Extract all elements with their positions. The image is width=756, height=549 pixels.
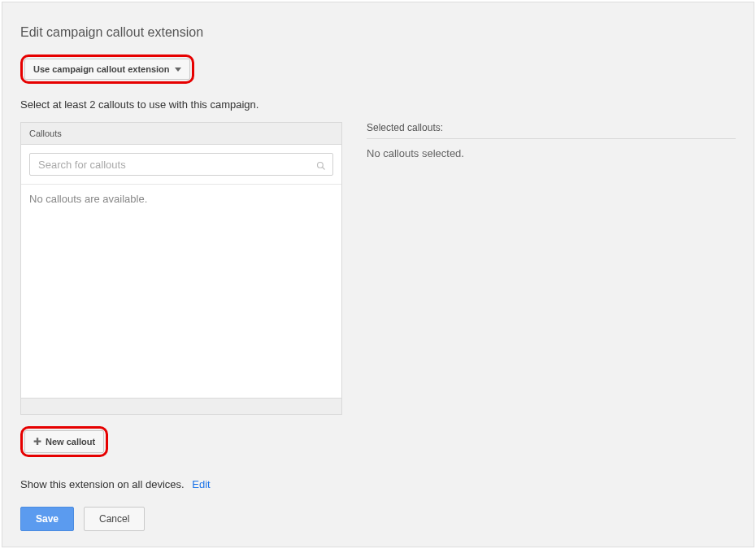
instruction-text: Select at least 2 callouts to use with t… xyxy=(20,98,736,111)
new-callout-row: ✚ New callout xyxy=(20,426,342,457)
selected-callouts-empty: No callouts selected. xyxy=(367,147,736,159)
dropdown-highlight: Use campaign callout extension xyxy=(20,54,194,84)
svg-line-1 xyxy=(323,168,325,170)
callouts-panel: Callouts No callouts are available. xyxy=(20,122,342,415)
selected-callouts-column: Selected callouts: No callouts selected. xyxy=(367,122,736,457)
new-callout-highlight: ✚ New callout xyxy=(20,426,108,457)
callouts-panel-header: Callouts xyxy=(21,123,341,145)
callouts-panel-footer xyxy=(21,398,341,414)
action-row: Save Cancel xyxy=(20,507,736,531)
search-box xyxy=(29,153,333,176)
edit-devices-link[interactable]: Edit xyxy=(192,478,210,490)
chevron-down-icon xyxy=(175,68,181,72)
device-row: Show this extension on all devices. Edit xyxy=(20,478,736,490)
search-row xyxy=(21,145,341,185)
device-prefix: Show this extension on xyxy=(20,478,129,490)
search-input[interactable] xyxy=(30,154,332,175)
callouts-list: No callouts are available. xyxy=(21,185,341,398)
svg-point-0 xyxy=(318,163,324,168)
page-title: Edit campaign callout extension xyxy=(20,25,736,40)
new-callout-label: New callout xyxy=(46,437,95,447)
plus-icon: ✚ xyxy=(33,436,41,447)
available-callouts-column: Callouts No callouts are available. xyxy=(20,122,342,457)
search-icon xyxy=(316,159,326,169)
columns: Callouts No callouts are available. xyxy=(20,122,736,457)
cancel-button[interactable]: Cancel xyxy=(84,507,145,531)
save-button[interactable]: Save xyxy=(20,507,74,531)
device-value: all devices. xyxy=(132,478,184,490)
selected-callouts-header: Selected callouts: xyxy=(367,122,736,139)
dropdown-label: Use campaign callout extension xyxy=(33,64,170,74)
use-extension-dropdown[interactable]: Use campaign callout extension xyxy=(24,59,190,80)
edit-callout-extension-panel: Edit campaign callout extension Use camp… xyxy=(2,2,754,547)
empty-callouts-text: No callouts are available. xyxy=(29,193,333,205)
new-callout-button[interactable]: ✚ New callout xyxy=(24,430,104,453)
